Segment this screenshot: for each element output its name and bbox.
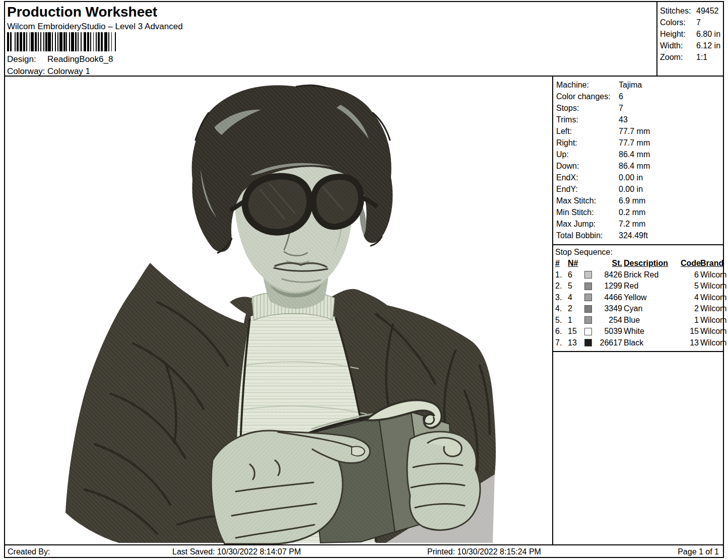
machine-info-row: Max Jump:7.2 mm <box>556 218 723 230</box>
machine-info-row: Right:77.7 mm <box>556 137 723 149</box>
stop-desc-cell: Blue <box>624 315 679 326</box>
swatch-cell <box>584 339 595 346</box>
header-left: Production Worksheet Wilcom EmbroiderySt… <box>5 2 656 76</box>
machine-info-row-value: 0.00 in <box>619 185 643 193</box>
machine-info-row-label: Stops: <box>556 102 619 114</box>
stop-desc-cell: Yellow <box>624 292 679 304</box>
machine-info-row-value: 77.7 mm <box>619 127 650 135</box>
stop-code-cell: 13 <box>681 337 699 349</box>
machine-info-row: Trims:43 <box>556 114 723 125</box>
header: Production Worksheet Wilcom EmbroiderySt… <box>5 2 723 77</box>
machine-info-box: Machine:TajimaColor changes:6Stops:7Trim… <box>553 77 723 245</box>
machine-info-row: Max Stitch:6.9 mm <box>556 195 723 206</box>
machine-info-row-label: Up: <box>556 149 619 160</box>
summary-row-value: 6.12 in <box>696 41 720 50</box>
stop-n-cell: 6 <box>568 269 583 281</box>
machine-info-row-label: Min Stitch: <box>556 206 619 218</box>
stop-n-cell: 13 <box>568 337 583 349</box>
machine-info-row-value: 0.00 in <box>619 173 643 182</box>
machine-info-row-value: 86.4 mm <box>619 150 650 159</box>
machine-info-row-label: Max Stitch: <box>556 195 619 206</box>
page-number: Page 1 of 1 <box>678 546 719 557</box>
design-barcode <box>7 32 152 51</box>
stop-sequence-row: 6.155039White15Wilcom <box>555 326 723 337</box>
stop-st-cell: 254 <box>597 315 622 326</box>
machine-info-row-label: Left: <box>556 125 619 137</box>
stop-num-cell: 2. <box>555 281 566 292</box>
summary-row: Colors:7 <box>660 17 723 28</box>
machine-info-row-label: Max Jump: <box>556 218 619 230</box>
summary-row-value: 6.80 in <box>696 30 720 38</box>
machine-info-row-value: 7 <box>619 104 623 112</box>
summary-row-label: Stitches: <box>660 5 696 17</box>
stop-brand-cell: Wilcom <box>700 326 728 337</box>
design-preview-area <box>5 77 552 544</box>
summary-row: Height:6.80 in <box>660 28 723 40</box>
thread-color-swatch <box>584 283 592 290</box>
left-lens <box>245 176 310 232</box>
production-worksheet-page: Production Worksheet Wilcom EmbroiderySt… <box>4 1 724 558</box>
summary-row-label: Zoom: <box>660 51 696 63</box>
stop-sequence-row: 2.51299Red5Wilcom <box>555 281 723 292</box>
stop-code-cell: 6 <box>681 269 699 281</box>
swatch-cell <box>584 328 595 335</box>
machine-info-row: Machine:Tajima <box>556 79 723 91</box>
machine-info-row: Color changes:6 <box>556 91 723 102</box>
machine-info-row-label: EndX: <box>556 172 619 183</box>
stop-sequence-box: Stop Sequence: # N# St. Description Code… <box>553 245 723 352</box>
machine-info-row-value: 86.4 mm <box>619 162 650 170</box>
stop-code-cell: 2 <box>681 303 699 315</box>
embroidery-artwork <box>58 84 497 544</box>
sunglasses <box>232 176 376 232</box>
software-subtitle: Wilcom EmbroideryStudio – Level 3 Advanc… <box>7 21 656 32</box>
info-panel: Machine:TajimaColor changes:6Stops:7Trim… <box>552 77 723 544</box>
stop-st-cell: 3349 <box>597 303 622 315</box>
thread-color-swatch <box>584 271 592 278</box>
machine-info-row-value: Tajima <box>619 81 642 89</box>
stop-brand-cell: Wilcom <box>700 337 728 349</box>
stop-n-cell: 5 <box>568 281 583 292</box>
design-summary-box: Stitches:49452Colors:7Height:6.80 inWidt… <box>656 2 723 77</box>
stop-n-cell: 2 <box>568 303 583 315</box>
machine-info-row-value: 6 <box>619 92 623 101</box>
created-by-label: Created By: <box>8 546 50 557</box>
machine-info-row: Min Stitch:0.2 mm <box>556 206 723 218</box>
footer-bar: Created By: Last Saved: 10/30/2022 8:14:… <box>5 544 723 557</box>
stop-sequence-row: 1.68426Brick Red6Wilcom <box>555 269 723 281</box>
swatch-cell <box>584 305 595 313</box>
machine-info-row-label: Total Bobbin: <box>556 230 619 241</box>
machine-info-row-label: Right: <box>556 137 619 149</box>
stop-brand-cell: Wilcom <box>700 303 728 315</box>
summary-row-value: 49452 <box>696 7 719 15</box>
summary-row-value: 7 <box>696 18 701 27</box>
stop-n-cell: 4 <box>568 292 583 304</box>
colorway-row: Colorway:Colorway 1 <box>7 66 90 77</box>
stop-desc-cell: Black <box>624 337 679 349</box>
machine-info-row-value: 0.2 mm <box>619 208 645 217</box>
barcode-bar <box>115 32 116 51</box>
summary-row-label: Height: <box>660 28 696 40</box>
stop-brand-cell: Wilcom <box>700 292 728 304</box>
machine-info-row: Up:86.4 mm <box>556 149 723 160</box>
stop-st-cell: 1299 <box>597 281 622 292</box>
stop-num-cell: 7. <box>555 337 566 349</box>
stop-sequence-row: 3.44466Yellow4Wilcom <box>555 292 723 304</box>
stop-sequence-title: Stop Sequence: <box>555 247 723 258</box>
stop-st-cell: 5039 <box>597 326 622 337</box>
machine-info-row-value: 77.7 mm <box>619 138 650 147</box>
stop-n-cell: 15 <box>568 326 583 337</box>
machine-info-row-label: EndY: <box>556 183 619 195</box>
machine-info-row-label: Down: <box>556 160 619 172</box>
colorway-value: Colorway 1 <box>47 66 90 76</box>
machine-info-row-label: Color changes: <box>556 91 619 102</box>
swatch-cell <box>584 283 595 290</box>
machine-info-row: Down:86.4 mm <box>556 160 723 172</box>
colorway-label: Colorway: <box>7 66 47 77</box>
stop-st-cell: 8426 <box>597 269 622 281</box>
stop-sequence-row: 4.23349Cyan2Wilcom <box>555 303 723 315</box>
design-value: ReadingBook6_8 <box>47 54 113 64</box>
design-row: Design:ReadingBook6_8 <box>7 54 113 65</box>
right-lens <box>313 177 361 227</box>
stop-brand-cell: Wilcom <box>700 269 728 281</box>
stop-sequence-row: 5.1254Blue1Wilcom <box>555 315 723 326</box>
